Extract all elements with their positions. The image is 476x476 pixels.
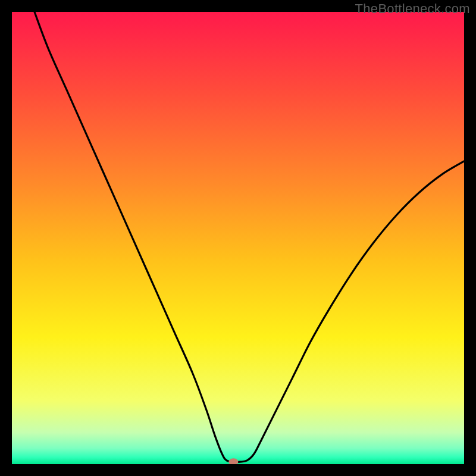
chart-frame: TheBottleneck.com [0, 0, 476, 476]
chart-plot-area [12, 12, 464, 464]
watermark-text: TheBottleneck.com [355, 1, 470, 17]
chart-svg [12, 12, 464, 464]
gradient-background [12, 12, 464, 464]
